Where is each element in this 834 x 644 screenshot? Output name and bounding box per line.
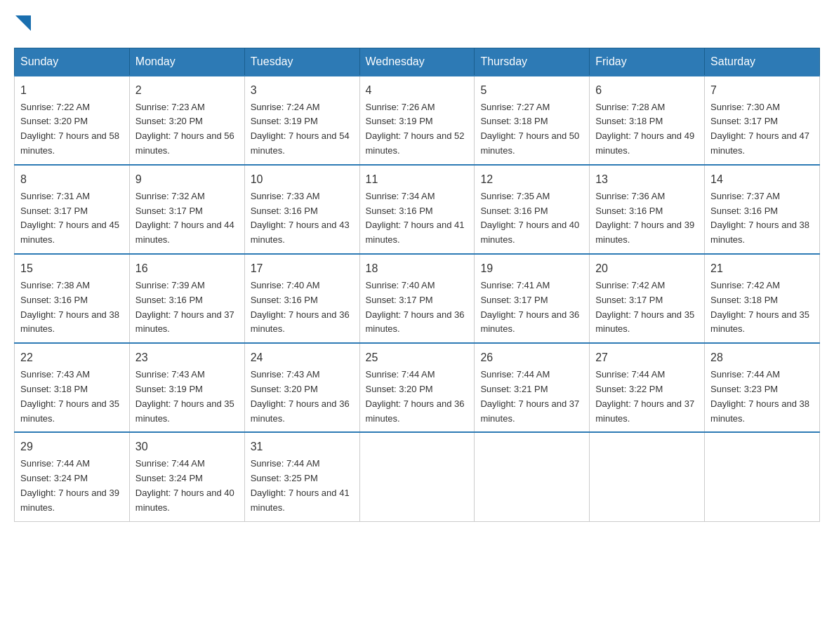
- col-header-monday: Monday: [129, 48, 244, 76]
- day-number: 18: [366, 260, 469, 277]
- day-number: 4: [366, 82, 469, 99]
- day-info: Sunrise: 7:43 AMSunset: 3:18 PMDaylight:…: [20, 368, 124, 426]
- day-info: Sunrise: 7:38 AMSunset: 3:16 PMDaylight:…: [20, 279, 124, 337]
- day-number: 6: [595, 82, 699, 99]
- day-info: Sunrise: 7:34 AMSunset: 3:16 PMDaylight:…: [366, 189, 469, 248]
- day-number: 2: [135, 82, 239, 99]
- calendar-cell: 11Sunrise: 7:34 AMSunset: 3:16 PMDayligh…: [359, 165, 475, 254]
- day-number: 15: [20, 260, 124, 277]
- week-row-1: 1Sunrise: 7:22 AMSunset: 3:20 PMDaylight…: [15, 76, 820, 165]
- week-row-5: 29Sunrise: 7:44 AMSunset: 3:24 PMDayligh…: [15, 432, 820, 521]
- calendar-cell: 7Sunrise: 7:30 AMSunset: 3:17 PMDaylight…: [705, 76, 820, 165]
- calendar-cell: 1Sunrise: 7:22 AMSunset: 3:20 PMDaylight…: [15, 76, 130, 165]
- day-number: 27: [595, 349, 699, 366]
- calendar-cell: 10Sunrise: 7:33 AMSunset: 3:16 PMDayligh…: [244, 165, 359, 254]
- week-row-2: 8Sunrise: 7:31 AMSunset: 3:17 PMDaylight…: [15, 165, 820, 254]
- day-info: Sunrise: 7:44 AMSunset: 3:24 PMDaylight:…: [20, 457, 124, 515]
- day-number: 29: [20, 438, 124, 455]
- day-number: 5: [480, 82, 583, 99]
- day-info: Sunrise: 7:31 AMSunset: 3:17 PMDaylight:…: [20, 189, 124, 248]
- calendar-cell: 24Sunrise: 7:43 AMSunset: 3:20 PMDayligh…: [244, 343, 359, 432]
- day-number: 14: [710, 171, 814, 188]
- day-number: 22: [20, 349, 124, 366]
- calendar-cell: 18Sunrise: 7:40 AMSunset: 3:17 PMDayligh…: [359, 254, 475, 343]
- day-info: Sunrise: 7:44 AMSunset: 3:22 PMDaylight:…: [595, 368, 699, 426]
- page-header: [14, 14, 820, 34]
- day-info: Sunrise: 7:43 AMSunset: 3:20 PMDaylight:…: [251, 368, 354, 426]
- calendar-header-row: SundayMondayTuesdayWednesdayThursdayFrid…: [15, 48, 820, 76]
- day-info: Sunrise: 7:32 AMSunset: 3:17 PMDaylight:…: [135, 189, 239, 248]
- calendar-table: SundayMondayTuesdayWednesdayThursdayFrid…: [14, 48, 820, 522]
- day-number: 30: [135, 438, 239, 455]
- day-number: 10: [251, 171, 354, 188]
- day-info: Sunrise: 7:43 AMSunset: 3:19 PMDaylight:…: [135, 368, 239, 426]
- calendar-cell: 23Sunrise: 7:43 AMSunset: 3:19 PMDayligh…: [129, 343, 244, 432]
- day-number: 24: [251, 349, 354, 366]
- week-row-4: 22Sunrise: 7:43 AMSunset: 3:18 PMDayligh…: [15, 343, 820, 432]
- calendar-cell: 5Sunrise: 7:27 AMSunset: 3:18 PMDaylight…: [475, 76, 590, 165]
- calendar-cell: 30Sunrise: 7:44 AMSunset: 3:24 PMDayligh…: [129, 432, 244, 521]
- day-info: Sunrise: 7:44 AMSunset: 3:21 PMDaylight:…: [480, 368, 583, 426]
- day-info: Sunrise: 7:40 AMSunset: 3:17 PMDaylight:…: [366, 279, 469, 337]
- day-info: Sunrise: 7:27 AMSunset: 3:18 PMDaylight:…: [480, 100, 583, 159]
- col-header-wednesday: Wednesday: [359, 48, 475, 76]
- day-number: 31: [251, 438, 354, 455]
- day-info: Sunrise: 7:42 AMSunset: 3:17 PMDaylight:…: [595, 279, 699, 337]
- day-info: Sunrise: 7:40 AMSunset: 3:16 PMDaylight:…: [251, 279, 354, 337]
- calendar-cell: 25Sunrise: 7:44 AMSunset: 3:20 PMDayligh…: [359, 343, 475, 432]
- svg-marker-0: [15, 15, 31, 31]
- calendar-cell: 13Sunrise: 7:36 AMSunset: 3:16 PMDayligh…: [590, 165, 705, 254]
- col-header-thursday: Thursday: [475, 48, 590, 76]
- calendar-cell: 21Sunrise: 7:42 AMSunset: 3:18 PMDayligh…: [705, 254, 820, 343]
- day-number: 25: [366, 349, 469, 366]
- day-info: Sunrise: 7:30 AMSunset: 3:17 PMDaylight:…: [710, 100, 814, 159]
- week-row-3: 15Sunrise: 7:38 AMSunset: 3:16 PMDayligh…: [15, 254, 820, 343]
- col-header-sunday: Sunday: [15, 48, 130, 76]
- day-number: 17: [251, 260, 354, 277]
- day-number: 19: [480, 260, 583, 277]
- calendar-cell: 9Sunrise: 7:32 AMSunset: 3:17 PMDaylight…: [129, 165, 244, 254]
- day-info: Sunrise: 7:44 AMSunset: 3:20 PMDaylight:…: [366, 368, 469, 426]
- calendar-cell: 17Sunrise: 7:40 AMSunset: 3:16 PMDayligh…: [244, 254, 359, 343]
- calendar-cell: [475, 432, 590, 521]
- calendar-cell: 6Sunrise: 7:28 AMSunset: 3:18 PMDaylight…: [590, 76, 705, 165]
- day-number: 12: [480, 171, 583, 188]
- calendar-cell: 27Sunrise: 7:44 AMSunset: 3:22 PMDayligh…: [590, 343, 705, 432]
- calendar-cell: [359, 432, 475, 521]
- day-info: Sunrise: 7:26 AMSunset: 3:19 PMDaylight:…: [366, 100, 469, 159]
- calendar-cell: 22Sunrise: 7:43 AMSunset: 3:18 PMDayligh…: [15, 343, 130, 432]
- day-info: Sunrise: 7:44 AMSunset: 3:25 PMDaylight:…: [251, 457, 354, 515]
- day-info: Sunrise: 7:42 AMSunset: 3:18 PMDaylight:…: [710, 279, 814, 337]
- col-header-friday: Friday: [590, 48, 705, 76]
- calendar-cell: [590, 432, 705, 521]
- calendar-cell: 15Sunrise: 7:38 AMSunset: 3:16 PMDayligh…: [15, 254, 130, 343]
- day-info: Sunrise: 7:41 AMSunset: 3:17 PMDaylight:…: [480, 279, 583, 337]
- calendar-cell: 20Sunrise: 7:42 AMSunset: 3:17 PMDayligh…: [590, 254, 705, 343]
- day-number: 23: [135, 349, 239, 366]
- day-number: 13: [595, 171, 699, 188]
- calendar-cell: 31Sunrise: 7:44 AMSunset: 3:25 PMDayligh…: [244, 432, 359, 521]
- day-number: 7: [710, 82, 814, 99]
- day-number: 11: [366, 171, 469, 188]
- day-number: 1: [20, 82, 124, 99]
- day-info: Sunrise: 7:36 AMSunset: 3:16 PMDaylight:…: [595, 189, 699, 248]
- day-number: 21: [710, 260, 814, 277]
- calendar-cell: 3Sunrise: 7:24 AMSunset: 3:19 PMDaylight…: [244, 76, 359, 165]
- day-number: 26: [480, 349, 583, 366]
- col-header-tuesday: Tuesday: [244, 48, 359, 76]
- day-info: Sunrise: 7:44 AMSunset: 3:24 PMDaylight:…: [135, 457, 239, 515]
- day-number: 8: [20, 171, 124, 188]
- day-info: Sunrise: 7:33 AMSunset: 3:16 PMDaylight:…: [251, 189, 354, 248]
- day-number: 3: [251, 82, 354, 99]
- calendar-cell: 16Sunrise: 7:39 AMSunset: 3:16 PMDayligh…: [129, 254, 244, 343]
- day-info: Sunrise: 7:28 AMSunset: 3:18 PMDaylight:…: [595, 100, 699, 159]
- day-info: Sunrise: 7:39 AMSunset: 3:16 PMDaylight:…: [135, 279, 239, 337]
- calendar-cell: 2Sunrise: 7:23 AMSunset: 3:20 PMDaylight…: [129, 76, 244, 165]
- day-number: 20: [595, 260, 699, 277]
- logo-triangle-icon: [15, 15, 31, 31]
- calendar-cell: 8Sunrise: 7:31 AMSunset: 3:17 PMDaylight…: [15, 165, 130, 254]
- day-info: Sunrise: 7:35 AMSunset: 3:16 PMDaylight:…: [480, 189, 583, 248]
- calendar-cell: 29Sunrise: 7:44 AMSunset: 3:24 PMDayligh…: [15, 432, 130, 521]
- calendar-cell: 26Sunrise: 7:44 AMSunset: 3:21 PMDayligh…: [475, 343, 590, 432]
- day-number: 28: [710, 349, 814, 366]
